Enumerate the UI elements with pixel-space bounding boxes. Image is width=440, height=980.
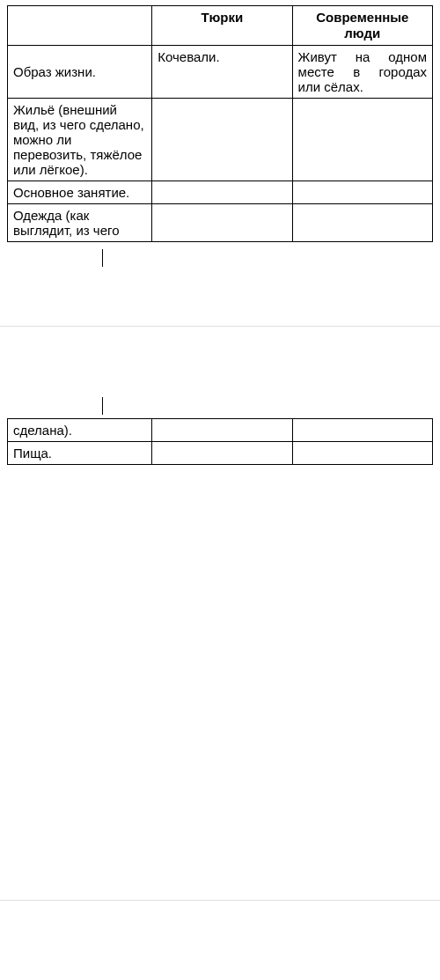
divider: [0, 900, 440, 901]
header-row: Тюрки Современные люди: [8, 6, 433, 46]
row-col2: [152, 442, 292, 465]
row-col3-line2: месте в городах: [298, 64, 427, 79]
row-label: сделана).: [8, 419, 152, 442]
row-col2: [152, 181, 292, 204]
row-col3: [292, 99, 432, 181]
row-col2: [152, 204, 292, 242]
row-col3: Живут на одном месте в городах или сёлах…: [292, 46, 432, 99]
text-caret: [102, 249, 103, 267]
row-col3: [292, 442, 432, 465]
row-col3-line3: или сёлах.: [298, 79, 427, 94]
table-row: Пища.: [8, 442, 433, 465]
row-col2: [152, 419, 292, 442]
header-turks: Тюрки: [152, 6, 292, 46]
table-row: Основное занятие.: [8, 181, 433, 204]
row-col3: [292, 181, 432, 204]
divider: [0, 326, 440, 327]
row-col2: [152, 99, 292, 181]
header-empty: [8, 6, 152, 46]
table-row: Одежда (как выглядит, из чего: [8, 204, 433, 242]
row-col3-line1: Живут на одном: [298, 49, 427, 64]
header-modern: Современные люди: [292, 6, 432, 46]
row-col3: [292, 204, 432, 242]
table-row: сделана).: [8, 419, 433, 442]
row-label: Жильё (внешний вид, из чего сделано, мож…: [8, 99, 152, 181]
row-label: Пища.: [8, 442, 152, 465]
table-row: Образ жизни. Кочевали. Живут на одном ме…: [8, 46, 433, 99]
header-modern-line1: Современные: [316, 10, 408, 25]
table-row: Жильё (внешний вид, из чего сделано, мож…: [8, 99, 433, 181]
row-col2: Кочевали.: [152, 46, 292, 99]
header-modern-line2: люди: [344, 26, 380, 41]
row-label: Одежда (как выглядит, из чего: [8, 204, 152, 242]
row-label: Основное занятие.: [8, 181, 152, 204]
row-col3: [292, 419, 432, 442]
page-break-gap: [7, 242, 433, 418]
comparison-table: Тюрки Современные люди Образ жизни. Коче…: [7, 5, 433, 242]
row-label: Образ жизни.: [8, 46, 152, 99]
text-caret: [102, 397, 103, 415]
comparison-table-continued: сделана). Пища.: [7, 418, 433, 465]
